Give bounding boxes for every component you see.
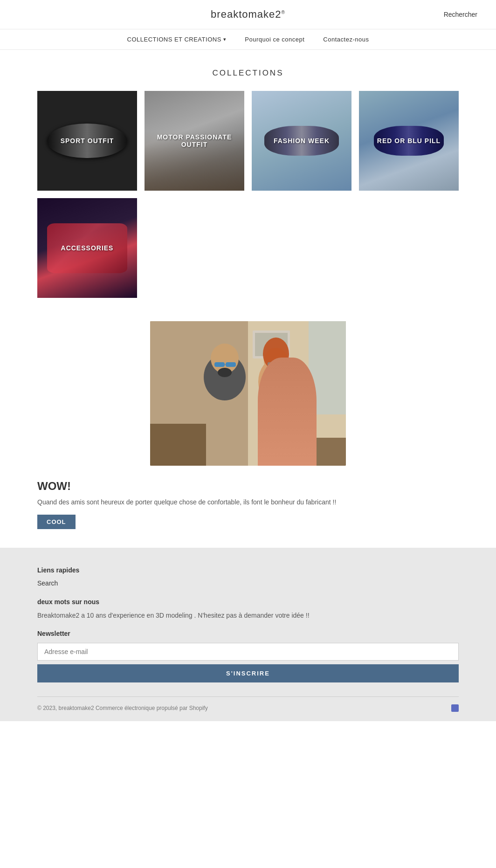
collection-label-motor: MOTOR PASSIONATE OUTFIT bbox=[145, 91, 244, 191]
svg-rect-6 bbox=[150, 424, 206, 466]
email-input[interactable] bbox=[37, 643, 459, 661]
collection-label-red: RED OR BLU PILL bbox=[359, 91, 459, 191]
header: breaktomake2® Rechercher bbox=[0, 0, 496, 29]
footer-bottom: © 2023, breaktomake2 Commerce électroniq… bbox=[37, 696, 459, 712]
chevron-down-icon: ▾ bbox=[223, 36, 227, 42]
collection-label-accessories: ACCESSORIES bbox=[37, 198, 137, 298]
svg-rect-7 bbox=[295, 438, 346, 466]
svg-rect-10 bbox=[214, 362, 225, 367]
collection-label-fashion: FASHION WEEK bbox=[252, 91, 351, 191]
collection-label-sport: SPORT OUTFIT bbox=[37, 91, 137, 191]
footer-search-link[interactable]: Search bbox=[37, 579, 459, 587]
collections-section: COLLECTIONS SPORT OUTFIT MOTOR PASSIONAT… bbox=[0, 50, 496, 307]
collection-card-fashion[interactable]: FASHION WEEK bbox=[252, 91, 351, 191]
nav-item-collections[interactable]: COLLECTIONS ET CREATIONS ▾ bbox=[127, 36, 227, 43]
collection-card-sport[interactable]: SPORT OUTFIT bbox=[37, 91, 137, 191]
footer-newsletter-title: Newsletter bbox=[37, 630, 459, 637]
copyright-text: © 2023, breaktomake2 Commerce électroniq… bbox=[37, 705, 208, 711]
svg-rect-16 bbox=[268, 362, 276, 366]
main-nav: COLLECTIONS ET CREATIONS ▾ Pourquoi ce c… bbox=[0, 29, 496, 50]
footer: Liens rapides Search deux mots sur nous … bbox=[0, 548, 496, 721]
wow-text: Quand des amis sont heureux de porter qu… bbox=[37, 497, 459, 507]
nav-item-contact[interactable]: Contactez-nous bbox=[323, 36, 369, 43]
svg-rect-17 bbox=[277, 362, 285, 366]
footer-newsletter-section: Newsletter S'INSCRIRE bbox=[37, 630, 459, 682]
collection-card-accessories[interactable]: ACCESSORIES bbox=[37, 198, 137, 298]
logo: breaktomake2® bbox=[211, 8, 285, 21]
footer-about-title: deux mots sur nous bbox=[37, 598, 459, 606]
footer-about-text: Breaktomake2 a 10 ans d'experience en 3D… bbox=[37, 610, 459, 620]
svg-point-20 bbox=[270, 369, 282, 376]
collections-title: COLLECTIONS bbox=[37, 69, 459, 78]
svg-rect-11 bbox=[226, 362, 236, 367]
svg-point-13 bbox=[258, 358, 294, 405]
wow-section: WOW! Quand des amis sont heureux de port… bbox=[0, 475, 496, 548]
collections-grid-row2: ACCESSORIES bbox=[37, 198, 459, 298]
hero-image bbox=[150, 321, 346, 466]
wow-title: WOW! bbox=[37, 480, 459, 493]
subscribe-button[interactable]: S'INSCRIRE bbox=[37, 664, 459, 682]
collection-card-red[interactable]: RED OR BLU PILL bbox=[359, 91, 459, 191]
footer-links-section: Liens rapides Search bbox=[37, 566, 459, 587]
shopify-icon bbox=[451, 704, 459, 712]
footer-links-title: Liens rapides bbox=[37, 566, 459, 574]
svg-rect-5 bbox=[309, 321, 346, 414]
svg-point-15 bbox=[263, 338, 289, 370]
collections-grid: SPORT OUTFIT MOTOR PASSIONATE OUTFIT FAS… bbox=[37, 91, 459, 191]
collection-card-motor[interactable]: MOTOR PASSIONATE OUTFIT bbox=[145, 91, 244, 191]
nav-item-concept[interactable]: Pourquoi ce concept bbox=[245, 36, 304, 43]
hero-svg bbox=[150, 321, 346, 466]
search-button[interactable]: Rechercher bbox=[444, 11, 477, 18]
footer-about-section: deux mots sur nous Breaktomake2 a 10 ans… bbox=[37, 598, 459, 620]
svg-point-19 bbox=[218, 368, 232, 377]
hero-section bbox=[0, 307, 496, 475]
cool-button[interactable]: COOL bbox=[37, 515, 76, 529]
